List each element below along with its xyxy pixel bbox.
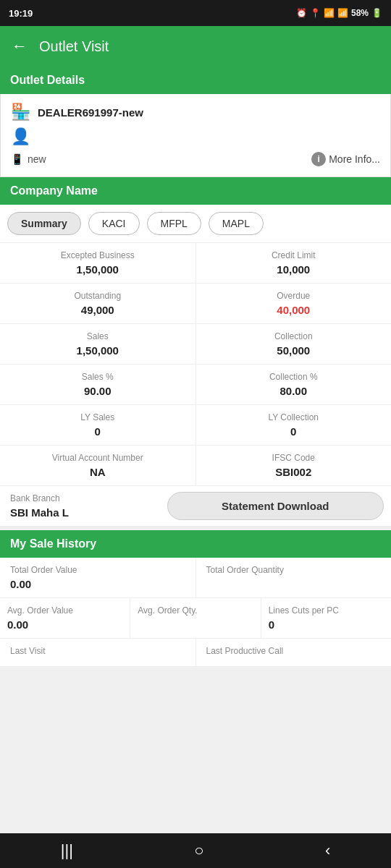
store-icon: 🏪 — [11, 103, 30, 122]
sale-history-header: My Sale History — [0, 530, 391, 558]
bank-branch-cell: Bank Branch SBI Maha L — [0, 486, 160, 526]
outlet-info-row: 📱 new i More Info... — [11, 152, 380, 166]
bank-branch-value: SBI Maha L — [10, 506, 150, 519]
overdue-cell: Overdue 40,000 — [196, 284, 392, 323]
total-order-row: Total Order Value 0.00 Total Order Quant… — [0, 558, 391, 598]
location-icon: 📍 — [310, 8, 321, 18]
ly-sales-cell: LY Sales 0 — [0, 405, 196, 445]
statement-download-button[interactable]: Statement Download — [167, 492, 384, 520]
lines-cuts-label: Lines Cuts per PC — [269, 605, 384, 616]
avg-order-value-cell: Avg. Order Value 0.00 — [0, 598, 130, 638]
sales-pct-value: 90.00 — [10, 385, 185, 397]
ly-collection-cell: LY Collection 0 — [196, 405, 392, 445]
last-visit-row: Last Visit Last Productive Call — [0, 639, 391, 667]
total-order-value-value: 0.00 — [10, 578, 185, 590]
virtual-account-cell: Virtual Account Number NA — [0, 446, 196, 485]
company-name-header: Company Name — [0, 177, 391, 205]
total-order-value-cell: Total Order Value 0.00 — [0, 558, 196, 597]
tab-mapl[interactable]: MAPL — [209, 212, 264, 235]
alarm-icon: ⏰ — [296, 8, 307, 18]
virtual-account-value: NA — [10, 466, 185, 478]
device-icon: 📱 — [11, 153, 23, 165]
collection-value: 50,000 — [206, 344, 382, 357]
expected-business-value: 1,50,000 — [10, 263, 185, 276]
avg-order-row: Avg. Order Value 0.00 Avg. Order Qty. Li… — [0, 598, 391, 639]
more-info-button[interactable]: i More Info... — [311, 152, 380, 166]
sales-label: Sales — [10, 331, 185, 341]
status-right: ⏰ 📍 📶 📶 58% 🔋 — [296, 8, 382, 18]
outstanding-value: 49,000 — [10, 304, 185, 316]
outlet-person-row: 👤 — [11, 127, 380, 146]
ifsc-value: SBI002 — [206, 466, 382, 478]
ly-sales-label: LY Sales — [10, 412, 185, 422]
lines-cuts-value: 0 — [269, 618, 384, 631]
back-button[interactable]: ← — [12, 37, 28, 56]
bank-row: Bank Branch SBI Maha L Statement Downloa… — [0, 486, 391, 527]
table-row: Virtual Account Number NA IFSC Code SBI0… — [0, 446, 391, 486]
dealer-name: DEALER691997-new — [38, 106, 143, 119]
sales-pct-label: Sales % — [10, 372, 185, 382]
bank-branch-label: Bank Branch — [10, 493, 150, 503]
credit-limit-cell: Credit Limit 10,000 — [196, 243, 392, 283]
sales-pct-cell: Sales % 90.00 — [0, 365, 196, 404]
collection-pct-label: Collection % — [206, 372, 382, 382]
tab-mfpl[interactable]: MFPL — [147, 212, 201, 235]
table-row: Outstanding 49,000 Overdue 40,000 — [0, 284, 391, 324]
collection-pct-value: 80.00 — [206, 385, 382, 397]
last-productive-call-cell: Last Productive Call — [196, 639, 392, 666]
signal-icon: 📶 — [337, 8, 348, 18]
expected-business-cell: Excepted Business 1,50,000 — [0, 243, 196, 283]
sales-value: 1,50,000 — [10, 344, 185, 357]
outstanding-label: Outstanding — [10, 291, 185, 301]
ly-sales-value: 0 — [10, 425, 185, 438]
total-order-qty-cell: Total Order Quantity — [196, 558, 392, 597]
lines-cuts-cell: Lines Cuts per PC 0 — [261, 598, 391, 638]
avg-order-qty-cell: Avg. Order Qty. — [130, 598, 261, 638]
overdue-value: 40,000 — [206, 304, 382, 316]
nav-home-icon[interactable]: ○ — [194, 841, 203, 860]
battery-label: 58% — [351, 8, 369, 18]
avg-order-value-value: 0.00 — [7, 618, 122, 631]
total-order-qty-label: Total Order Quantity — [206, 565, 382, 575]
ly-collection-value: 0 — [206, 425, 382, 438]
outlet-name-row: 🏪 DEALER691997-new — [11, 103, 380, 122]
table-row: Sales % 90.00 Collection % 80.00 — [0, 365, 391, 405]
app-header: ← Outlet Visit — [0, 26, 391, 67]
outlet-details-header: Outlet Details — [0, 67, 391, 94]
sales-cell: Sales 1,50,000 — [0, 324, 196, 364]
nav-menu-icon[interactable]: ||| — [61, 841, 73, 860]
tab-summary[interactable]: Summary — [7, 212, 81, 235]
device-row: 📱 new — [11, 153, 46, 165]
last-visit-label: Last Visit — [10, 646, 185, 656]
last-productive-call-label: Last Productive Call — [206, 646, 382, 656]
total-order-value-label: Total Order Value — [10, 565, 185, 575]
bottom-nav: ||| ○ ‹ — [0, 833, 391, 868]
virtual-account-label: Virtual Account Number — [10, 453, 185, 463]
avg-order-qty-label: Avg. Order Qty. — [138, 605, 253, 616]
expected-business-label: Excepted Business — [10, 250, 185, 260]
ly-collection-label: LY Collection — [206, 412, 382, 422]
tab-kaci[interactable]: KACI — [88, 212, 140, 235]
outlet-details-card: 🏪 DEALER691997-new 👤 📱 new i More Info..… — [0, 94, 391, 177]
tabs-container: Summary KACI MFPL MAPL — [0, 205, 391, 243]
more-info-label: More Info... — [329, 153, 380, 165]
sale-history-section: My Sale History Total Order Value 0.00 T… — [0, 527, 391, 667]
ifsc-label: IFSC Code — [206, 453, 382, 463]
outstanding-cell: Outstanding 49,000 — [0, 284, 196, 323]
credit-limit-value: 10,000 — [206, 263, 382, 276]
nav-back-icon[interactable]: ‹ — [325, 841, 330, 860]
info-icon: i — [311, 152, 326, 166]
wifi-icon: 📶 — [324, 8, 335, 18]
device-label: new — [28, 153, 46, 165]
status-time: 19:19 — [9, 8, 33, 19]
header-title: Outlet Visit — [39, 38, 109, 55]
credit-limit-label: Credit Limit — [206, 250, 382, 260]
battery-icon: 🔋 — [371, 8, 382, 18]
overdue-label: Overdue — [206, 291, 382, 301]
collection-cell: Collection 50,000 — [196, 324, 392, 364]
table-row: Sales 1,50,000 Collection 50,000 — [0, 324, 391, 365]
summary-data-table: Excepted Business 1,50,000 Credit Limit … — [0, 243, 391, 527]
table-row: Excepted Business 1,50,000 Credit Limit … — [0, 243, 391, 284]
table-row: LY Sales 0 LY Collection 0 — [0, 405, 391, 446]
avg-order-value-label: Avg. Order Value — [7, 605, 122, 616]
